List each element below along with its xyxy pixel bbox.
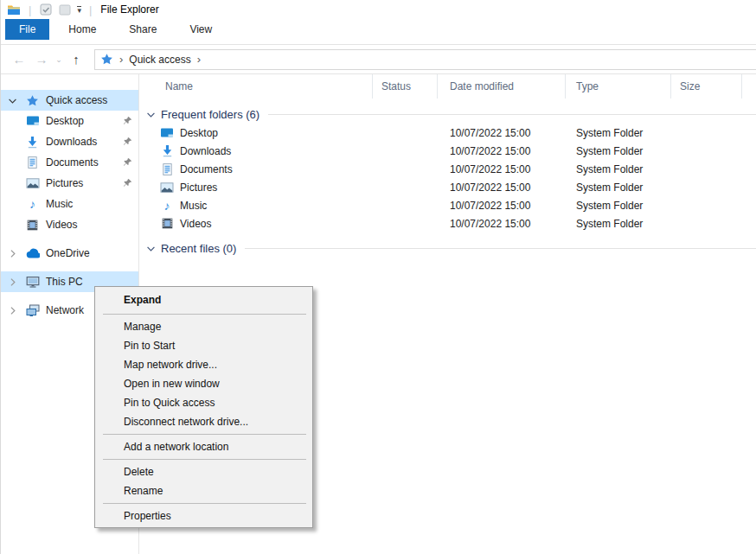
tab-view[interactable]: View — [176, 19, 226, 40]
menu-item-disconnect-network-drive[interactable]: Disconnect network drive... — [95, 412, 312, 431]
pin-icon — [123, 157, 132, 169]
file-date-modified: 10/07/2022 15:00 — [438, 196, 566, 214]
quick-access-star-icon — [25, 93, 40, 107]
file-size — [671, 142, 742, 160]
sidebar-item-label: Quick access — [46, 94, 107, 106]
documents-icon — [160, 162, 174, 176]
sidebar-item-videos[interactable]: Videos — [1, 214, 138, 235]
chevron-right-icon[interactable] — [8, 306, 25, 315]
file-row-downloads[interactable]: Downloads 10/07/2022 15:00 System Folder — [139, 142, 756, 160]
file-name: Videos — [180, 218, 211, 230]
file-row-videos[interactable]: Videos 10/07/2022 15:00 System Folder — [139, 214, 756, 232]
menu-item-pin-to-quick-access[interactable]: Pin to Quick access — [95, 393, 312, 412]
file-name: Downloads — [180, 145, 231, 157]
group-heading-recent-files[interactable]: Recent files (0) — [139, 239, 756, 258]
music-icon: ♪ — [25, 197, 40, 211]
column-header-status[interactable]: Status — [373, 74, 438, 99]
group-heading-frequent-folders[interactable]: Frequent folders (6) — [139, 105, 756, 124]
sidebar-item-documents[interactable]: Documents — [1, 152, 138, 173]
menu-item-rename[interactable]: Rename — [95, 481, 312, 500]
breadcrumb-chevron-icon[interactable]: › — [119, 54, 123, 65]
file-explorer-window: | ▾ | File Explorer File Home Share View… — [0, 0, 756, 554]
this-pc-icon — [25, 275, 40, 289]
menu-item-pin-to-start[interactable]: Pin to Start — [95, 336, 312, 355]
tab-home[interactable]: Home — [54, 19, 110, 40]
chevron-down-icon[interactable] — [146, 244, 156, 253]
group-divider-line — [245, 248, 756, 249]
sidebar-item-music[interactable]: ♪ Music — [1, 194, 138, 214]
file-date-modified: 10/07/2022 15:00 — [438, 142, 566, 160]
sidebar-item-downloads[interactable]: Downloads — [1, 131, 138, 152]
tab-share[interactable]: Share — [115, 19, 170, 40]
sidebar-item-label: Desktop — [46, 115, 84, 127]
pictures-icon — [25, 176, 40, 190]
file-row-music[interactable]: ♪Music 10/07/2022 15:00 System Folder — [139, 196, 756, 214]
file-status — [373, 196, 438, 214]
qat-new-folder-button[interactable] — [57, 3, 73, 16]
qat-customize-dropdown[interactable]: ▾ — [77, 6, 81, 14]
menu-item-expand[interactable]: Expand — [95, 289, 312, 311]
breadcrumb-location[interactable]: Quick access — [129, 54, 190, 66]
sidebar-item-desktop[interactable]: Desktop — [1, 111, 138, 131]
menu-separator — [103, 434, 306, 435]
address-bar[interactable]: › Quick access › — [94, 49, 756, 70]
desktop-icon — [160, 126, 174, 140]
chevron-right-icon[interactable] — [8, 249, 25, 258]
tab-file[interactable]: File — [5, 19, 49, 40]
file-type: System Folder — [566, 160, 671, 178]
group-heading-label: Frequent folders (6) — [161, 108, 259, 121]
back-arrow-icon[interactable]: ← — [8, 52, 30, 67]
file-type: System Folder — [566, 178, 671, 196]
quick-access-star-icon — [100, 53, 113, 66]
column-header-type[interactable]: Type — [566, 74, 671, 99]
file-row-desktop[interactable]: Desktop 10/07/2022 15:00 System Folder — [139, 124, 756, 142]
menu-separator — [103, 459, 306, 460]
file-name: Documents — [180, 163, 233, 175]
pin-icon — [123, 116, 132, 128]
column-header-size[interactable]: Size — [671, 74, 742, 99]
menu-item-properties[interactable]: Properties — [95, 506, 312, 525]
sidebar-item-label: Videos — [46, 219, 77, 231]
group-heading-label: Recent files (0) — [161, 242, 236, 255]
menu-item-manage[interactable]: Manage — [95, 317, 312, 336]
file-row-documents[interactable]: Documents 10/07/2022 15:00 System Folder — [139, 160, 756, 178]
sidebar-item-onedrive[interactable]: OneDrive — [1, 243, 138, 264]
column-header-name[interactable]: Name — [139, 74, 373, 99]
file-size — [671, 214, 742, 232]
breadcrumb-chevron-icon[interactable]: › — [197, 54, 201, 65]
file-status — [373, 214, 438, 232]
column-header-date-modified[interactable]: Date modified — [438, 74, 566, 99]
videos-icon — [25, 218, 40, 232]
file-row-pictures[interactable]: Pictures 10/07/2022 15:00 System Folder — [139, 178, 756, 196]
qat-properties-button[interactable] — [38, 3, 54, 16]
context-menu: Expand Manage Pin to Start Map network d… — [94, 286, 313, 528]
menu-separator — [103, 503, 306, 504]
group-divider-line — [268, 114, 756, 115]
sidebar-item-pictures[interactable]: Pictures — [1, 173, 138, 194]
videos-icon — [160, 217, 174, 231]
forward-arrow-icon[interactable]: → — [30, 52, 53, 67]
navigation-bar: ← → ⌄ ↑ › Quick access › — [1, 45, 756, 74]
file-type: System Folder — [566, 142, 671, 160]
chevron-down-icon[interactable] — [146, 110, 156, 119]
file-type: System Folder — [566, 196, 671, 214]
file-size — [671, 178, 742, 196]
file-name: Music — [180, 200, 207, 212]
file-type: System Folder — [566, 124, 671, 142]
menu-item-add-network-location[interactable]: Add a network location — [95, 437, 312, 456]
file-type: System Folder — [566, 214, 671, 232]
recent-locations-chevron-icon[interactable]: ⌄ — [53, 55, 65, 64]
sidebar-item-quick-access[interactable]: Quick access — [1, 90, 138, 111]
file-name: Pictures — [180, 181, 217, 194]
menu-item-delete[interactable]: Delete — [95, 462, 312, 481]
menu-item-open-in-new-window[interactable]: Open in new window — [95, 374, 312, 393]
menu-item-map-network-drive[interactable]: Map network drive... — [95, 355, 312, 374]
desktop-icon — [25, 114, 40, 128]
titlebar-divider: | — [29, 3, 31, 16]
chevron-right-icon[interactable] — [8, 277, 25, 287]
file-size — [671, 160, 742, 178]
sidebar-item-label: This PC — [46, 276, 83, 288]
file-date-modified: 10/07/2022 15:00 — [438, 178, 566, 196]
up-arrow-icon[interactable]: ↑ — [65, 52, 87, 67]
chevron-down-icon[interactable] — [8, 96, 25, 105]
